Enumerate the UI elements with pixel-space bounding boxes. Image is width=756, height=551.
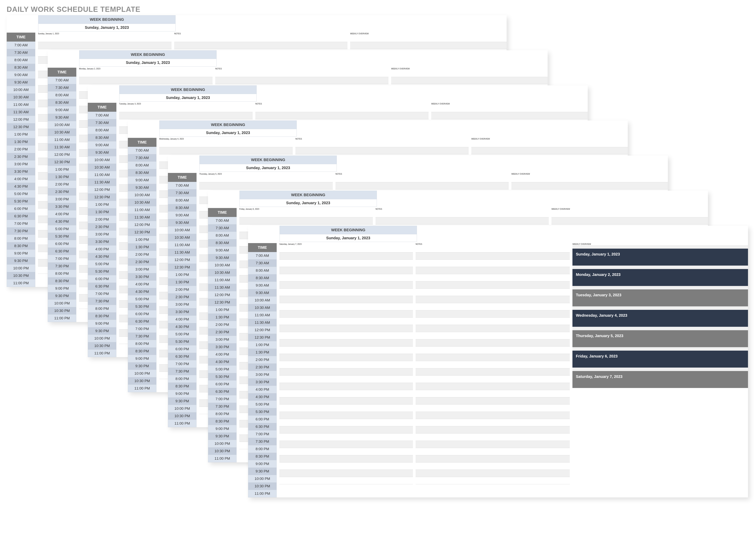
time-slot[interactable]: 8:00 PM xyxy=(168,375,197,383)
time-slot[interactable]: 3:00 PM xyxy=(88,231,116,238)
time-slot[interactable]: 7:00 PM xyxy=(88,290,116,298)
time-slot[interactable]: 11:00 AM xyxy=(128,206,157,214)
time-slot[interactable]: 12:00 PM xyxy=(88,186,116,193)
schedule-cell[interactable] xyxy=(279,311,413,318)
time-slot[interactable]: 12:00 PM xyxy=(168,256,197,264)
time-slot[interactable]: 1:00 PM xyxy=(88,201,116,208)
time-slot[interactable]: 5:30 PM xyxy=(48,233,76,240)
notes-cell[interactable] xyxy=(416,426,570,434)
time-slot[interactable]: 11:00 AM xyxy=(208,277,237,284)
time-slot[interactable]: 11:00 PM xyxy=(168,420,197,427)
notes-cell[interactable] xyxy=(416,296,570,303)
time-slot[interactable]: 6:30 PM xyxy=(168,353,197,360)
notes-cell[interactable] xyxy=(174,42,347,49)
notes-cell[interactable] xyxy=(416,339,570,347)
notes-cell[interactable] xyxy=(416,376,570,383)
time-slot[interactable]: 10:30 AM xyxy=(168,234,197,241)
week-beginning-value[interactable]: Sunday, January 1, 2023 xyxy=(38,24,176,31)
time-slot[interactable]: 4:00 PM xyxy=(248,386,277,393)
time-slot[interactable]: 4:30 PM xyxy=(48,218,76,225)
time-slot[interactable]: 7:30 PM xyxy=(248,438,277,445)
schedule-cell[interactable] xyxy=(38,42,172,49)
notes-cell[interactable] xyxy=(375,217,549,224)
time-slot[interactable]: 7:30 PM xyxy=(88,298,116,305)
notes-cell[interactable] xyxy=(416,311,570,318)
time-slot[interactable]: 3:30 PM xyxy=(88,238,116,245)
overview-cell[interactable] xyxy=(431,105,588,112)
time-slot[interactable]: 4:00 PM xyxy=(168,316,197,323)
notes-cell[interactable] xyxy=(255,105,429,112)
time-slot[interactable]: 11:00 AM xyxy=(88,171,116,179)
time-slot[interactable]: 11:00 AM xyxy=(48,136,76,143)
time-slot[interactable]: 10:30 PM xyxy=(128,377,157,385)
time-slot[interactable]: 10:00 PM xyxy=(168,405,197,412)
time-slot[interactable]: 3:00 PM xyxy=(48,195,76,203)
time-slot[interactable]: 12:30 PM xyxy=(7,123,35,131)
time-slot[interactable]: 8:00 AM xyxy=(208,232,237,239)
schedule-cell[interactable] xyxy=(279,441,413,448)
time-slot[interactable]: 9:30 PM xyxy=(208,433,237,440)
time-slot[interactable]: 1:00 PM xyxy=(168,271,197,279)
time-slot[interactable]: 2:30 PM xyxy=(128,258,157,266)
schedule-cell[interactable] xyxy=(279,289,413,296)
week-beginning-value[interactable]: Sunday, January 1, 2023 xyxy=(159,129,297,137)
time-slot[interactable]: 1:00 PM xyxy=(7,131,35,138)
weekly-overview-day[interactable]: Monday, January 2, 2023 xyxy=(572,269,748,286)
notes-cell[interactable] xyxy=(295,147,469,154)
time-slot[interactable]: 9:30 AM xyxy=(168,219,197,226)
time-slot[interactable]: 10:30 PM xyxy=(88,342,116,350)
time-slot[interactable]: 10:00 PM xyxy=(48,300,76,307)
notes-cell[interactable] xyxy=(416,318,570,325)
time-slot[interactable]: 9:30 AM xyxy=(88,149,116,156)
time-slot[interactable]: 10:30 PM xyxy=(248,483,277,490)
time-slot[interactable]: 8:30 AM xyxy=(88,134,116,141)
time-slot[interactable]: 8:30 PM xyxy=(168,383,197,390)
notes-cell[interactable] xyxy=(295,140,469,147)
notes-cell[interactable] xyxy=(416,325,570,332)
time-slot[interactable]: 9:00 PM xyxy=(88,320,116,327)
notes-cell[interactable] xyxy=(416,267,570,274)
time-slot[interactable]: 9:00 PM xyxy=(208,425,237,433)
time-slot[interactable]: 7:30 AM xyxy=(168,189,197,197)
time-slot[interactable]: 11:30 AM xyxy=(88,179,116,186)
time-slot[interactable]: 1:30 PM xyxy=(7,138,35,146)
time-slot[interactable]: 3:30 PM xyxy=(48,203,76,210)
notes-cell[interactable] xyxy=(416,260,570,267)
time-slot[interactable]: 10:30 PM xyxy=(208,448,237,455)
notes-cell[interactable] xyxy=(416,477,570,484)
notes-cell[interactable] xyxy=(416,245,570,252)
time-slot[interactable]: 5:00 PM xyxy=(48,225,76,233)
notes-cell[interactable] xyxy=(416,361,570,368)
time-slot[interactable]: 8:00 AM xyxy=(48,91,76,99)
notes-cell[interactable] xyxy=(416,347,570,354)
time-slot[interactable]: 2:00 PM xyxy=(48,181,76,188)
time-slot[interactable]: 8:30 AM xyxy=(248,274,277,282)
time-slot[interactable]: 7:30 PM xyxy=(168,368,197,375)
time-slot[interactable]: 9:00 PM xyxy=(248,460,277,468)
time-slot[interactable]: 11:00 PM xyxy=(248,490,277,497)
time-slot[interactable]: 6:30 PM xyxy=(128,318,157,325)
overview-cell[interactable] xyxy=(471,140,628,147)
time-slot[interactable]: 4:00 PM xyxy=(88,245,116,253)
time-slot[interactable]: 8:30 PM xyxy=(128,348,157,355)
time-slot[interactable]: 7:00 AM xyxy=(48,77,76,84)
time-slot[interactable]: 10:00 AM xyxy=(7,86,35,94)
schedule-cell[interactable] xyxy=(279,434,413,441)
time-slot[interactable]: 10:30 AM xyxy=(208,269,237,277)
schedule-cell[interactable] xyxy=(279,347,413,354)
time-slot[interactable]: 8:00 PM xyxy=(248,445,277,453)
schedule-cell[interactable] xyxy=(279,419,413,426)
time-slot[interactable]: 2:30 PM xyxy=(208,329,237,336)
time-slot[interactable]: 6:30 PM xyxy=(88,283,116,290)
time-slot[interactable]: 3:00 PM xyxy=(208,336,237,343)
time-slot[interactable]: 5:30 PM xyxy=(168,338,197,346)
time-slot[interactable]: 9:30 PM xyxy=(128,363,157,370)
time-slot[interactable]: 3:00 PM xyxy=(7,160,35,168)
time-slot[interactable]: 7:30 AM xyxy=(208,224,237,232)
time-slot[interactable]: 9:30 AM xyxy=(248,289,277,297)
time-slot[interactable]: 6:00 PM xyxy=(7,205,35,212)
time-slot[interactable]: 7:00 PM xyxy=(48,255,76,262)
schedule-cell[interactable] xyxy=(279,405,413,412)
notes-cell[interactable] xyxy=(416,412,570,419)
time-slot[interactable]: 7:30 PM xyxy=(7,227,35,235)
